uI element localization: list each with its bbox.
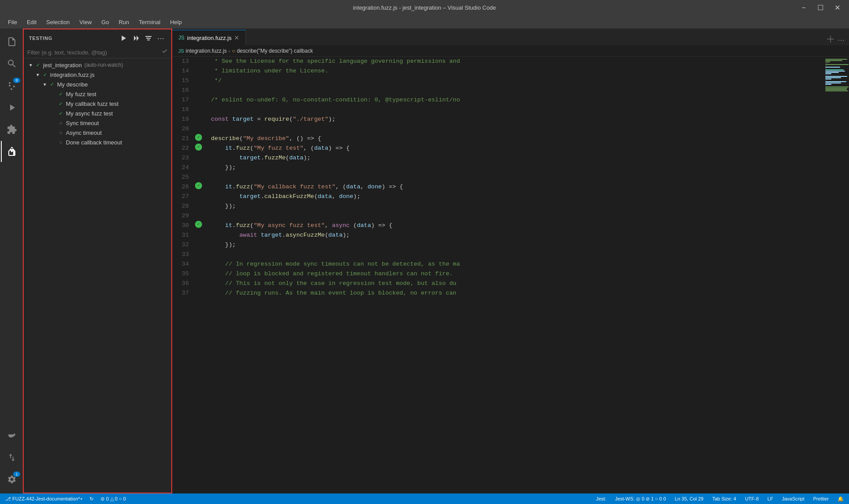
settings-icon[interactable]: 1: [1, 469, 22, 490]
filter-button[interactable]: [162, 49, 168, 56]
item-label: My describe: [57, 81, 88, 88]
encoding-item[interactable]: UTF-8: [743, 496, 760, 501]
language-label: JavaScript: [782, 496, 804, 501]
line-ending-item[interactable]: LF: [766, 496, 775, 501]
close-button[interactable]: ✕: [831, 3, 844, 13]
search-icon[interactable]: [1, 53, 22, 74]
tree-item-jest-integration[interactable]: ▼ ✓ jest_integration (auto-run-watch): [24, 60, 171, 70]
item-label: integration.fuzz.js: [50, 72, 94, 78]
spacer-icon: [50, 110, 57, 117]
breadcrumb-file[interactable]: integration.fuzz.js: [186, 48, 227, 54]
files-icon[interactable]: [1, 31, 22, 52]
warning-icon: △: [110, 496, 114, 502]
chevron-icon: ▼: [34, 71, 41, 78]
menu-selection[interactable]: Selection: [42, 17, 74, 27]
item-label: Done callback timeout: [66, 139, 122, 146]
tree-item-async-timeout[interactable]: ○ Async timeout: [24, 128, 171, 137]
more-actions-button[interactable]: ⋯: [155, 33, 166, 43]
language-item[interactable]: JavaScript: [780, 496, 806, 501]
menu-run[interactable]: Run: [114, 17, 134, 27]
menu-view[interactable]: View: [75, 17, 96, 27]
notification-item[interactable]: 🔔: [836, 496, 845, 502]
menu-go[interactable]: Go: [97, 17, 113, 27]
menu-help[interactable]: Help: [166, 17, 186, 27]
tree-item-my-callback-fuzz-test[interactable]: ✓ My callback fuzz test: [24, 99, 171, 108]
code-line-19: const target = require("./target");: [204, 115, 816, 124]
extensions-icon[interactable]: [1, 119, 22, 140]
split-editor-button[interactable]: [826, 35, 835, 45]
circle-icon: ○: [57, 119, 64, 126]
source-control-icon[interactable]: 8: [1, 75, 22, 96]
tab-close-button[interactable]: ✕: [234, 34, 239, 41]
panel-actions: ⋯: [119, 33, 166, 43]
line-num-16: 16: [177, 86, 189, 95]
code-line-16: [204, 86, 816, 95]
code-line-13: * See the License for the specific langu…: [204, 57, 816, 66]
tree-item-my-async-fuzz-test[interactable]: ✓ My async fuzz test: [24, 108, 171, 118]
menu-terminal[interactable]: Terminal: [134, 17, 165, 27]
code-line-29: [204, 211, 816, 221]
error-count: 0: [106, 496, 108, 501]
tab-integration-fuzz-js[interactable]: JS integration.fuzz.js ✕: [172, 30, 246, 45]
pass-icon: ✓: [41, 71, 48, 78]
status-bar: ⎇ FUZZ-442-Jest-documentation*+ ↻ ⊘ 0 △ …: [0, 493, 849, 504]
code-line-37: // fuzzing runs. As the main event loop …: [204, 288, 816, 298]
func-icon: ○: [232, 48, 235, 54]
maximize-button[interactable]: ☐: [814, 3, 827, 13]
tree-item-done-callback-timeout[interactable]: ○ Done callback timeout: [24, 137, 171, 147]
run-all-tests-button[interactable]: [119, 33, 129, 43]
gutter-pass-30: ✓: [195, 221, 202, 228]
jest-status[interactable]: Jest:: [594, 496, 608, 501]
collapse-all-button[interactable]: [143, 33, 154, 43]
circle-icon: ○: [57, 139, 64, 146]
tab-size-label: Tab Size: 4: [712, 496, 736, 501]
tree-item-integration-fuzz-js[interactable]: ▼ ✓ integration.fuzz.js: [24, 70, 171, 79]
testing-icon[interactable]: [1, 141, 22, 162]
filter-bar: [24, 47, 171, 58]
menu-file[interactable]: File: [4, 17, 22, 27]
docker-icon[interactable]: [1, 425, 22, 446]
code-editor[interactable]: 13 14 15 16 17 18 19 20 21 22 23 24 25 2…: [172, 57, 849, 493]
sync-item[interactable]: ↻: [88, 496, 95, 502]
bell-icon: 🔔: [838, 496, 844, 502]
breadcrumb: JS integration.fuzz.js › ○ describe("My …: [172, 45, 849, 57]
prettier-item[interactable]: Prettier: [812, 496, 831, 501]
minimize-button[interactable]: −: [797, 3, 810, 13]
breadcrumb-separator: ›: [228, 48, 230, 54]
spacer-icon: [50, 119, 57, 126]
tree-item-sync-timeout[interactable]: ○ Sync timeout: [24, 118, 171, 128]
chevron-icon: ▼: [27, 61, 34, 68]
test-tree: ▼ ✓ jest_integration (auto-run-watch) ▼ …: [24, 58, 171, 493]
panel-header: TESTING ⋯: [24, 29, 171, 47]
remote-explorer-icon[interactable]: [1, 447, 22, 468]
line-num-30: 30: [177, 221, 189, 230]
item-label: My fuzz test: [66, 91, 96, 97]
line-num-27: 27: [177, 192, 189, 202]
jest-label: Jest:: [596, 496, 606, 501]
line-num-34: 34: [177, 259, 189, 269]
error-icon: ⊘: [101, 496, 105, 502]
tree-item-my-describe[interactable]: ▼ ✓ My describe: [24, 79, 171, 89]
gutter-pass-22: ✓: [195, 144, 202, 151]
jest-ws-status[interactable]: Jest-WS: ◎ 0 ⊘ 1 ○ 0 0: [613, 496, 668, 502]
cursor-position[interactable]: Ln 35, Col 29: [673, 496, 705, 501]
main-layout: 8 1 TESTING: [0, 29, 849, 493]
more-editor-button[interactable]: ⋯: [837, 35, 845, 45]
titlebar: integration.fuzz.js - jest_integration –…: [0, 0, 849, 15]
titlebar-controls: − ☐ ✕: [797, 3, 844, 13]
gutter-pass-21: ✓: [195, 134, 202, 141]
menu-edit[interactable]: Edit: [22, 17, 41, 27]
branch-item[interactable]: ⎇ FUZZ-442-Jest-documentation*+: [4, 496, 84, 502]
errors-item[interactable]: ⊘ 0 △ 0 ○ 0: [99, 496, 127, 502]
tree-item-my-fuzz-test[interactable]: ✓ My fuzz test: [24, 89, 171, 99]
line-num-37: 37: [177, 288, 189, 298]
circle-icon: ○: [57, 129, 64, 136]
code-line-24: });: [204, 163, 816, 173]
breadcrumb-context[interactable]: describe("My describe") callback: [237, 48, 313, 54]
filter-input[interactable]: [27, 49, 159, 56]
run-debug-icon[interactable]: [1, 97, 22, 118]
tab-size[interactable]: Tab Size: 4: [711, 496, 738, 501]
run-watch-tests-button[interactable]: [131, 33, 141, 43]
line-num-24: 24: [177, 163, 189, 173]
code-line-26: it.fuzz("My callback fuzz test", (data, …: [204, 182, 816, 192]
